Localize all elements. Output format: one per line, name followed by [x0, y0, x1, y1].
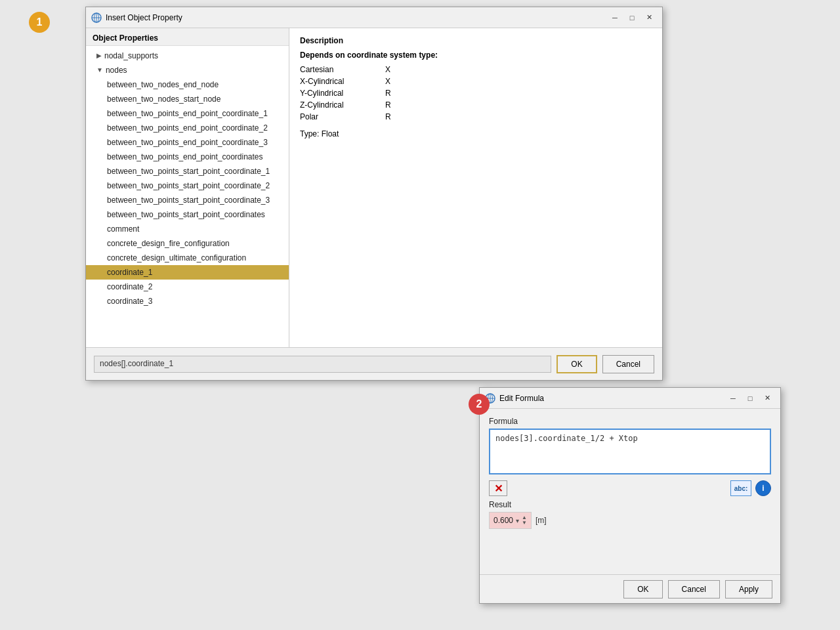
step-badge-2: 2 [469, 394, 490, 415]
coord-row-cartesian: Cartesian X [300, 64, 652, 75]
coord-row-x-cylindrical: X-Cylindrical X [300, 75, 652, 87]
tree-item-btpep-coord-3[interactable]: between_two_points_end_point_coordinate_… [86, 135, 289, 150]
dialog1-body: Object Properties ▶ nodal_supports ▼ nod… [86, 28, 662, 347]
dialog1-icon [91, 12, 102, 23]
type-label: Type: Float [300, 129, 652, 138]
result-section: Result 0.600 ▾ ▲▼ [m] [489, 500, 771, 529]
tree-item-between-two-nodes-end-node[interactable]: between_two_nodes_end_node [86, 77, 289, 92]
result-unit: [m] [536, 516, 547, 525]
clear-formula-button[interactable]: ✕ [489, 480, 507, 496]
result-label: Result [489, 500, 771, 509]
edit-formula-dialog: Edit Formula ─ □ ✕ Formula ✕ abc: i Resu… [479, 387, 781, 604]
dialog1-maximize-button[interactable]: □ [624, 11, 640, 24]
tree-item-btpsp-coord-1[interactable]: between_two_points_start_point_coordinat… [86, 164, 289, 178]
info-button[interactable]: i [755, 480, 771, 496]
left-panel: Object Properties ▶ nodal_supports ▼ nod… [86, 28, 289, 347]
dialog2-titlebar: Edit Formula ─ □ ✕ [480, 388, 780, 409]
tree-item-comment[interactable]: comment [86, 222, 289, 236]
description-content: Depends on coordinate system type: Carte… [300, 51, 652, 138]
tree-item-cd-fire[interactable]: concrete_design_fire_configuration [86, 236, 289, 251]
dialog2-body: Formula ✕ abc: i Result 0.600 ▾ ▲▼ [m] [480, 409, 780, 537]
result-dropdown-arrow[interactable]: ▾ [516, 517, 519, 524]
tree-item-btpsp-coord-2[interactable]: between_two_points_start_point_coordinat… [86, 178, 289, 193]
dialog1-title: Insert Object Property [106, 13, 606, 22]
tree-item-between-two-nodes-start-node[interactable]: between_two_nodes_start_node [86, 92, 289, 106]
tree-item-btpep-coord-1[interactable]: between_two_points_end_point_coordinate_… [86, 106, 289, 121]
insert-object-property-dialog: Insert Object Property ─ □ ✕ Object Prop… [85, 7, 663, 381]
formula-input[interactable] [489, 429, 771, 474]
insert-object-button[interactable]: abc: [730, 480, 751, 496]
dialog2-close-button[interactable]: ✕ [759, 392, 775, 405]
description-header: Description [300, 36, 652, 45]
path-field: nodes[].coordinate_1 [94, 356, 551, 373]
result-field-wrap: 0.600 ▾ ▲▼ [m] [489, 512, 771, 529]
tree-item-btpep-coord-2[interactable]: between_two_points_end_point_coordinate_… [86, 121, 289, 135]
dialog2-footer: OK Cancel Apply [480, 574, 780, 603]
expand-arrow: ▶ [96, 50, 102, 62]
dialog2-maximize-button[interactable]: □ [742, 392, 758, 405]
tree-item-btpsp-coords[interactable]: between_two_points_start_point_coordinat… [86, 207, 289, 222]
dialog1-minimize-button[interactable]: ─ [607, 11, 623, 24]
result-value: 0.600 ▾ ▲▼ [489, 512, 532, 529]
tree-item-coordinate-1[interactable]: coordinate_1 [86, 265, 289, 280]
dialog2-minimize-button[interactable]: ─ [725, 392, 741, 405]
tree-item-nodes[interactable]: ▼ nodes [86, 63, 289, 77]
formula-label: Formula [489, 417, 771, 426]
dialog1-cancel-button[interactable]: Cancel [602, 355, 654, 373]
coord-row-z-cylindrical: Z-Cylindrical R [300, 99, 652, 111]
right-panel: Description Depends on coordinate system… [289, 28, 662, 347]
tree-container[interactable]: ▶ nodal_supports ▼ nodes between_two_nod… [86, 46, 289, 347]
formula-toolbar: ✕ abc: i [489, 480, 771, 496]
dialog1-close-button[interactable]: ✕ [641, 11, 657, 24]
object-properties-header: Object Properties [86, 28, 289, 46]
collapse-arrow: ▼ [96, 64, 103, 76]
dialog2-apply-button[interactable]: Apply [725, 580, 772, 598]
coord-type-table: Cartesian X X-Cylindrical X Y-Cylindrica… [300, 64, 652, 123]
dialog1-ok-button[interactable]: OK [556, 355, 597, 373]
step-badge-1: 1 [29, 12, 50, 33]
tree-item-btpsp-coord-3[interactable]: between_two_points_start_point_coordinat… [86, 193, 289, 207]
result-spin-arrows[interactable]: ▲▼ [522, 515, 527, 526]
dialog2-ok-button[interactable]: OK [623, 580, 662, 598]
dialog2-title: Edit Formula [499, 394, 724, 403]
tree-item-btpep-coords[interactable]: between_two_points_end_point_coordinates [86, 150, 289, 164]
dialog2-cancel-button[interactable]: Cancel [668, 580, 720, 598]
tree-item-coordinate-3[interactable]: coordinate_3 [86, 294, 289, 308]
tree-item-nodal-supports[interactable]: ▶ nodal_supports [86, 49, 289, 63]
tree-item-coordinate-2[interactable]: coordinate_2 [86, 280, 289, 294]
dialog1-titlebar: Insert Object Property ─ □ ✕ [86, 7, 662, 28]
dialog1-bottom: nodes[].coordinate_1 OK Cancel [86, 347, 662, 380]
coord-row-polar: Polar R [300, 111, 652, 123]
desc-depends-label: Depends on coordinate system type: [300, 51, 652, 60]
coord-row-y-cylindrical: Y-Cylindrical R [300, 87, 652, 99]
tree-item-cd-ultimate[interactable]: concrete_design_ultimate_configuration [86, 251, 289, 265]
